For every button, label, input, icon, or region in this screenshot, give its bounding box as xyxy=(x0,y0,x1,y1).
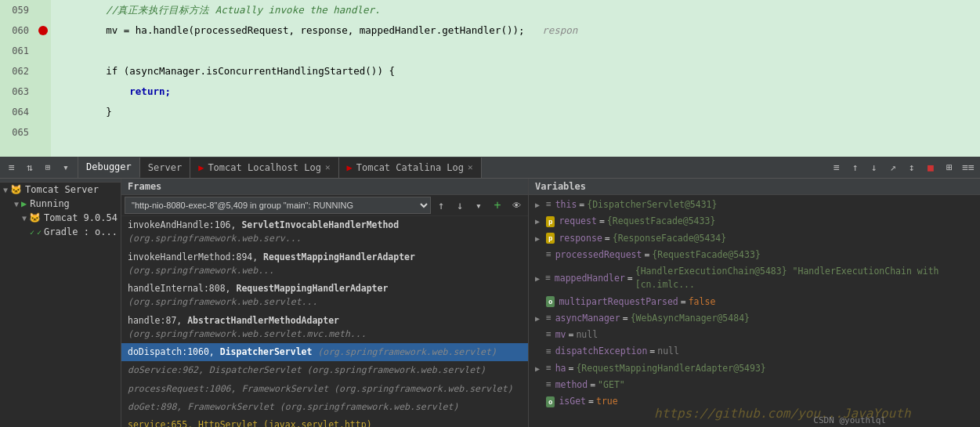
tab-btn-stop[interactable]: ■ xyxy=(922,159,939,176)
gradle-check2-icon: ✓ xyxy=(37,228,42,237)
frame-method-1: invokeHandlerMethod:894, RequestMappingH… xyxy=(128,251,415,262)
var-list[interactable]: ▶ ≡ this = {DispatcherServlet@5431} ▶ p … xyxy=(529,195,980,427)
tab-debugger[interactable]: Debugger xyxy=(78,157,140,178)
line-numbers: 059 060 061 062 063 064 065 xyxy=(0,0,35,157)
frame-method-0: invokeAndHandle:106, ServletInvocableHan… xyxy=(128,219,399,230)
var-value-request: {RequestFacade@5433} xyxy=(607,215,715,228)
var-value-method: "GET" xyxy=(598,378,625,392)
tabs-container: Debugger Server ▶ Tomcat Localhost Log ✕… xyxy=(78,157,828,178)
frame-item-7[interactable]: doGet:898, FrameworkServlet (org.springf… xyxy=(121,398,528,416)
var-value-multipart: false xyxy=(689,295,716,309)
tab-tomcat-catalina-close[interactable]: ✕ xyxy=(468,157,473,178)
var-arrow-response: ▶ xyxy=(535,233,543,244)
thread-selector[interactable]: "http-nio-8080-exec-8"@5,409 in group "m… xyxy=(125,197,431,214)
frame-item-1[interactable]: invokeHandlerMethod:894, RequestMappingH… xyxy=(121,248,528,280)
tab-btn-step[interactable]: ↗ xyxy=(884,159,902,176)
tree-item-gradle[interactable]: ✓ ✓ Gradle : o... xyxy=(0,225,121,239)
tab-debugger-label: Debugger xyxy=(86,157,132,177)
var-name-mappedhandler: mappedHandler xyxy=(555,272,625,285)
var-eq-mappedhandler: ≡ xyxy=(545,272,551,285)
tomcat-localhost-icon: ▶ xyxy=(198,157,204,178)
toolbar-btn-group[interactable]: ⊞ xyxy=(39,159,56,176)
frame-item-4[interactable]: doDispatch:1060, DispatcherServlet (org.… xyxy=(121,343,528,361)
var-item-response[interactable]: ▶ p response = {ResponseFacade@5434} xyxy=(529,230,980,247)
var-item-ha[interactable]: ▶ ≡ ha = {RequestMappingHandlerAdapter@5… xyxy=(529,360,980,377)
running-icon: ▶ xyxy=(21,198,27,209)
tab-btn-step2[interactable]: ↕ xyxy=(903,159,920,176)
var-item-mappedhandler[interactable]: ▶ ≡ mappedHandler = {HandlerExecutionCha… xyxy=(529,263,980,294)
frame-item-2[interactable]: handleInternal:808, RequestMappingHandle… xyxy=(121,280,528,312)
frame-method-7: doGet:898, FrameworkServlet (org.springf… xyxy=(128,401,458,412)
frame-item-5[interactable]: doService:962, DispatcherServlet (org.sp… xyxy=(121,361,528,379)
toolbar-btn-sort2[interactable]: ⇅ xyxy=(21,159,38,176)
tomcat-server-icon: 🐱 xyxy=(10,184,22,195)
var-name-method: method xyxy=(555,378,588,392)
tab-btn-down[interactable]: ↓ xyxy=(866,159,883,176)
var-item-method[interactable]: ≡ method = "GET" xyxy=(529,377,980,393)
var-item-this[interactable]: ▶ ≡ this = {DispatcherServlet@5431} xyxy=(529,197,980,213)
tab-btn-table[interactable]: ⊞ xyxy=(941,159,958,176)
var-value-dispatchex: null xyxy=(657,345,679,358)
var-value-mv: null xyxy=(576,328,598,342)
gradle-label: Gradle : o... xyxy=(44,226,118,237)
frame-class-2: (org.springframework.web.servlet... xyxy=(128,296,317,307)
frame-class-3: (org.springframework.web.servlet.mvc.met… xyxy=(128,328,367,339)
var-badge-multipart: o xyxy=(546,296,555,307)
var-item-asyncmanager[interactable]: ▶ ≡ asyncManager = {WebAsyncManager@5484… xyxy=(529,310,980,327)
frames-panel: Frames "http-nio-8080-exec-8"@5,409 in g… xyxy=(121,179,529,427)
frame-item-0[interactable]: invokeAndHandle:106, ServletInvocableHan… xyxy=(121,216,528,248)
var-item-multipartrequestparsed[interactable]: o multipartRequestParsed = false xyxy=(529,294,980,310)
var-item-dispatchexception[interactable]: ≡ dispatchException = null xyxy=(529,343,980,360)
tab-toolbar-right: ≡ ↑ ↓ ↗ ↕ ■ ⊞ ≡≡ xyxy=(828,157,980,178)
tree-item-running[interactable]: ▼ ▶ Running xyxy=(0,197,121,211)
frames-btn-filter[interactable]: ▾ xyxy=(470,197,487,214)
tab-server-label: Server xyxy=(148,157,182,178)
tab-tomcat-catalina[interactable]: ▶ Tomcat Catalina Log ✕ xyxy=(339,157,482,178)
frame-class-0: (org.springframework.web.serv... xyxy=(128,233,302,244)
var-name-processedrequest: processedRequest xyxy=(555,248,642,262)
var-value-asyncmanager: {WebAsyncManager@5484} xyxy=(631,312,750,325)
frames-btn-up[interactable]: ↑ xyxy=(432,197,450,214)
var-name-asyncmanager: asyncManager xyxy=(555,312,620,325)
var-value-this: {DispatcherServlet@5431} xyxy=(587,198,717,212)
var-eq-ha: ≡ xyxy=(546,362,551,375)
var-name-mv: mv xyxy=(555,328,566,342)
bottom-panel: ≡ ⇅ ⊞ ▾ Debugger Server ▶ Tomcat Localho… xyxy=(0,157,980,427)
var-name-isget: isGet xyxy=(559,395,586,408)
tab-btn-more[interactable]: ≡≡ xyxy=(960,159,977,176)
tab-btn-up[interactable]: ↑ xyxy=(847,159,864,176)
var-arrow-ha: ▶ xyxy=(535,363,543,375)
var-item-isget[interactable]: o isGet = true xyxy=(529,393,980,410)
variables-panel: Variables ▶ ≡ this = {DispatcherServlet@… xyxy=(529,179,980,427)
breakpoint-column xyxy=(35,0,51,157)
frame-method-5: doService:962, DispatcherServlet (org.sp… xyxy=(128,364,486,375)
toolbar-btn-sort[interactable]: ≡ xyxy=(3,159,20,176)
var-item-mv[interactable]: ≡ mv = null xyxy=(529,327,980,343)
frame-method-6: processRequest:1006, FrameworkServlet (o… xyxy=(128,383,513,394)
frame-list[interactable]: invokeAndHandle:106, ServletInvocableHan… xyxy=(121,216,528,427)
var-name-response: response xyxy=(559,232,602,245)
var-eq-mv: ≡ xyxy=(546,328,551,342)
frames-btn-eye[interactable]: 👁 xyxy=(508,197,525,214)
frame-item-3[interactable]: handle:87, AbstractHandlerMethodAdapter … xyxy=(121,312,528,344)
var-item-request[interactable]: ▶ p request = {RequestFacade@5433} xyxy=(529,213,980,230)
tab-tomcat-localhost-close[interactable]: ✕ xyxy=(325,157,331,178)
frames-btn-down[interactable]: ↓ xyxy=(451,197,468,214)
tomcat-version-label: Tomcat 9.0.54 xyxy=(44,212,118,223)
code-editor: 059 060 061 062 063 064 065 //真正来执行目标方法 … xyxy=(0,0,980,157)
toolbar-btn-filter[interactable]: ▾ xyxy=(57,159,74,176)
tab-server[interactable]: Server xyxy=(140,157,190,178)
frames-btn-add[interactable]: + xyxy=(489,197,506,214)
frames-toolbar: "http-nio-8080-exec-8"@5,409 in group "m… xyxy=(121,195,528,216)
tab-btn-align[interactable]: ≡ xyxy=(828,159,845,176)
tree-item-tomcat-version[interactable]: ▼ 🐱 Tomcat 9.0.54 xyxy=(0,211,121,225)
var-eq-dispatchex: ≡ xyxy=(546,346,551,359)
frame-item-8[interactable]: service:655, HttpServlet (javax.servlet.… xyxy=(121,416,528,427)
var-eq-asyncmanager: ≡ xyxy=(546,312,551,325)
frame-method-2: handleInternal:808, RequestMappingHandle… xyxy=(128,283,388,294)
var-item-processedrequest[interactable]: ≡ processedRequest = {RequestFacade@5433… xyxy=(529,247,980,263)
var-arrow-request: ▶ xyxy=(535,215,543,227)
tree-item-tomcat-server[interactable]: ▼ 🐱 Tomcat Server xyxy=(0,183,121,197)
frame-item-6[interactable]: processRequest:1006, FrameworkServlet (o… xyxy=(121,380,528,398)
tab-tomcat-localhost[interactable]: ▶ Tomcat Localhost Log ✕ xyxy=(190,157,338,178)
